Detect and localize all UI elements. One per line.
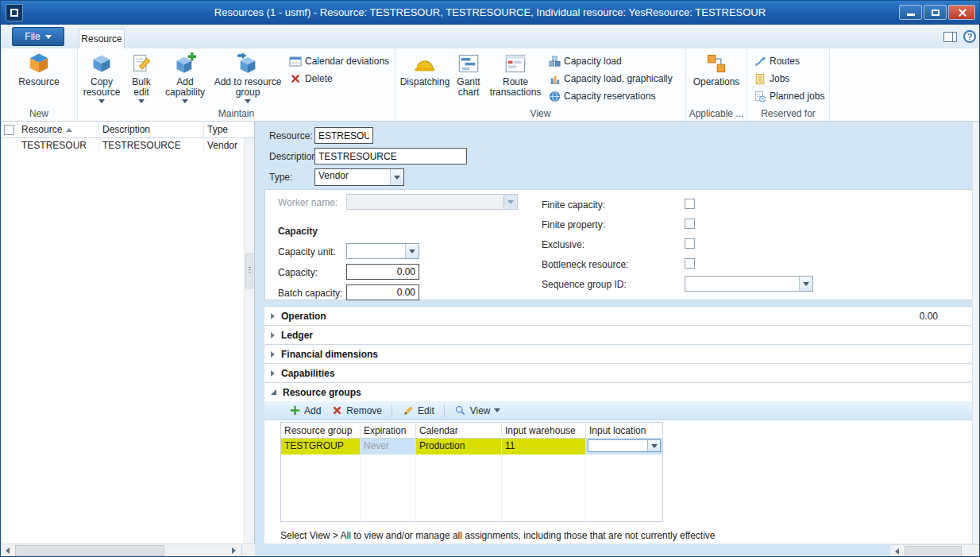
capacity-load-graphically-button[interactable]: Capacity load, graphically	[548, 72, 673, 85]
vscrollbar-thumb[interactable]	[245, 253, 253, 288]
column-header-resource-group[interactable]: Resource group	[281, 423, 361, 438]
operations-button[interactable]: Operations	[691, 52, 742, 87]
form-vscrollbar[interactable]	[972, 122, 979, 543]
sequence-group-combobox[interactable]	[685, 276, 813, 292]
bottleneck-resource-label: Bottleneck resource:	[542, 259, 628, 270]
remove-button[interactable]: Remove	[330, 404, 382, 417]
input-location-combobox[interactable]	[588, 439, 661, 452]
combo-dropdown-button[interactable]	[504, 195, 517, 209]
add-capability-button[interactable]: Add capability	[160, 52, 210, 103]
delete-button[interactable]: Delete	[289, 72, 333, 85]
type-combobox[interactable]: Vendor	[314, 168, 404, 186]
maximize-button[interactable]	[924, 5, 947, 20]
finite-capacity-checkbox[interactable]	[685, 199, 695, 209]
edit-button[interactable]: Edit	[402, 404, 434, 417]
cell-expiration: Never	[361, 439, 416, 454]
select-all-checkbox[interactable]	[4, 125, 14, 135]
combo-dropdown-button[interactable]	[647, 440, 660, 451]
hscrollbar-thumb[interactable]	[905, 546, 962, 557]
bulk-edit-button[interactable]: Bulk edit	[124, 52, 159, 103]
expanded-arrow-icon	[271, 389, 276, 395]
fasttab-operation[interactable]: Operation 0.00	[264, 306, 973, 325]
batch-capacity-input[interactable]	[346, 284, 419, 300]
ribbon-group-new: Resource New	[1, 48, 78, 121]
worker-name-label: Worker name:	[278, 197, 338, 208]
collapsed-arrow-icon	[271, 313, 275, 319]
copy-resource-label: Copy resource	[81, 77, 122, 98]
resource-group-row[interactable]: TESTGROUP Never Production 11	[281, 439, 662, 454]
view-label: View	[470, 405, 491, 416]
exclusive-checkbox[interactable]	[685, 238, 695, 249]
combo-dropdown-button[interactable]	[799, 277, 812, 291]
bottleneck-resource-checkbox[interactable]	[685, 258, 695, 269]
column-header-input-location[interactable]: Input location	[586, 423, 662, 438]
scroll-left-arrow[interactable]	[1, 544, 14, 557]
chevron-down-icon	[182, 99, 188, 103]
fasttab-resource-groups[interactable]: Resource groups	[264, 382, 973, 401]
gantt-chart-label: Gantt chart	[449, 77, 488, 98]
select-view-note: Select View > All to view and/or manage …	[280, 530, 716, 541]
scroll-left-arrow[interactable]	[890, 545, 904, 557]
combo-dropdown-button[interactable]	[390, 169, 403, 185]
fasttab-operation-label: Operation	[281, 311, 326, 322]
hard-hat-icon	[413, 52, 437, 75]
close-button[interactable]	[948, 5, 975, 20]
combo-dropdown-button[interactable]	[405, 244, 419, 258]
resource-list-vscrollbar[interactable]	[244, 138, 254, 543]
resource-button[interactable]: Resource	[15, 52, 63, 87]
view-menu-button[interactable]: View	[454, 404, 500, 417]
description-input[interactable]	[314, 148, 467, 164]
fasttab-resource-groups-label: Resource groups	[283, 387, 361, 398]
fasttab-ledger[interactable]: Ledger	[264, 325, 973, 344]
hscrollbar-thumb[interactable]	[15, 545, 164, 556]
capacity-input[interactable]	[346, 264, 419, 280]
worker-name-combobox[interactable]	[346, 194, 518, 210]
resource-input[interactable]	[314, 127, 373, 144]
toolbar-separator	[444, 404, 445, 417]
file-menu-button[interactable]: File	[12, 27, 64, 46]
add-to-resource-group-button[interactable]: Add to resource group	[211, 52, 284, 103]
form-hscrollbar[interactable]	[890, 544, 980, 557]
gantt-chart-icon	[457, 52, 480, 75]
routes-button[interactable]: Routes	[754, 55, 800, 68]
help-icon[interactable]: ?	[963, 30, 976, 43]
route-transactions-button[interactable]: Route transactions	[489, 52, 542, 98]
column-header-calendar[interactable]: Calendar	[416, 423, 502, 438]
planned-jobs-button[interactable]: Planned jobs	[754, 90, 824, 103]
resource-button-label: Resource	[18, 77, 59, 87]
resource-list-row[interactable]: TESTRESOUR TESTRESOURCE Vendor	[1, 138, 254, 153]
general-panel: Worker name: Capacity Capacity unit: Cap…	[264, 189, 973, 300]
gantt-chart-button[interactable]: Gantt chart	[449, 52, 488, 98]
jobs-button[interactable]: Jobs	[754, 72, 789, 85]
add-button[interactable]: Add	[288, 404, 321, 417]
chevron-down-icon	[138, 99, 145, 103]
capacity-reservations-button[interactable]: Capacity reservations	[548, 90, 655, 103]
fasttab-capabilities[interactable]: Capabilities	[264, 363, 973, 382]
column-header-expiration[interactable]: Expiration	[361, 423, 416, 438]
jobs-label: Jobs	[770, 73, 789, 84]
copy-resource-button[interactable]: Copy resource	[81, 52, 122, 103]
column-header-input-warehouse[interactable]: Input warehouse	[502, 423, 586, 438]
layout-icon[interactable]	[943, 32, 957, 42]
finite-property-checkbox[interactable]	[685, 219, 695, 229]
chevron-down-icon	[45, 35, 52, 39]
chevron-down-icon	[494, 408, 500, 412]
scroll-right-arrow[interactable]	[227, 544, 241, 557]
fasttab-financial-dimensions[interactable]: Financial dimensions	[264, 344, 973, 363]
resource-list-hscrollbar[interactable]	[1, 543, 255, 557]
dispatching-button[interactable]: Dispatching	[402, 52, 448, 87]
group-label-reserved: Reserved for	[747, 108, 829, 119]
capacity-load-button[interactable]: Capacity load	[548, 55, 622, 68]
bulk-edit-icon	[129, 52, 153, 75]
column-header-type[interactable]: Type	[204, 122, 244, 137]
add-to-resource-group-icon	[236, 52, 260, 75]
minimize-button[interactable]	[899, 5, 922, 20]
pencil-icon	[402, 404, 415, 417]
capacity-unit-combobox[interactable]	[346, 243, 419, 259]
capacity-unit-label: Capacity unit:	[278, 246, 336, 257]
dispatching-label: Dispatching	[400, 77, 450, 87]
column-header-description[interactable]: Description	[99, 122, 204, 137]
column-header-resource[interactable]: Resource	[18, 122, 99, 137]
calendar-deviations-button[interactable]: Calendar deviations	[289, 55, 389, 68]
tab-resource[interactable]: Resource	[79, 29, 125, 48]
